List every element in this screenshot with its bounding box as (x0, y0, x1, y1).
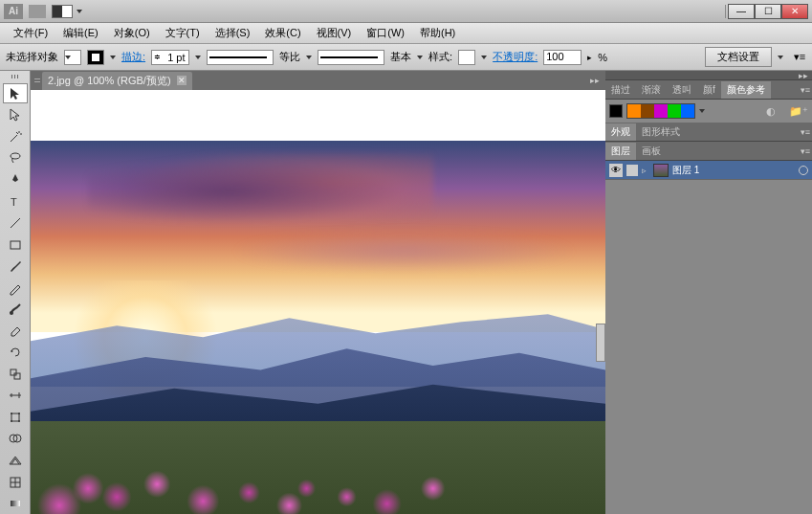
control-flyout-icon[interactable]: ▾≡ (793, 51, 806, 64)
paintbrush-tool[interactable] (3, 256, 28, 277)
menu-window[interactable]: 窗口(W) (359, 24, 412, 42)
color-swatch[interactable] (627, 104, 641, 118)
color-swatch[interactable] (668, 104, 681, 118)
color-guide-panel: ◐ 📁⁺ (605, 100, 812, 123)
scale-tool[interactable] (3, 364, 28, 385)
menu-type[interactable]: 文字(T) (158, 24, 208, 42)
base-color-swatch[interactable] (609, 104, 623, 118)
layer-name[interactable]: 图层 1 (672, 164, 699, 177)
tab-grip-icon[interactable] (34, 74, 42, 87)
eraser-tool[interactable] (3, 321, 28, 342)
free-transform-tool[interactable] (3, 407, 28, 428)
arrange-documents-icon[interactable] (52, 5, 73, 18)
chevron-down-icon[interactable] (110, 56, 116, 59)
tab-color-guide[interactable]: 颜色参考 (721, 81, 771, 99)
placed-image (31, 90, 605, 514)
target-icon[interactable] (799, 166, 808, 175)
svg-rect-17 (11, 501, 20, 506)
stroke-label-link[interactable]: 描边: (121, 50, 145, 64)
width-tool[interactable] (3, 386, 28, 407)
perspective-grid-tool[interactable] (3, 450, 28, 471)
tab-layers[interactable]: 图层 (605, 143, 636, 160)
tab-transparency[interactable]: 透叫 (667, 81, 697, 99)
panel-flyout-icon[interactable]: ▾≡ (799, 146, 812, 156)
color-swatch[interactable] (641, 104, 654, 118)
menu-select[interactable]: 选择(S) (208, 24, 258, 42)
svg-point-9 (18, 413, 20, 414)
pen-tool[interactable] (3, 169, 28, 190)
chevron-right-icon[interactable]: ▸ (587, 53, 592, 62)
tab-graphic-styles[interactable]: 图形样式 (636, 123, 686, 141)
magic-wand-tool[interactable] (3, 126, 28, 147)
color-swatch[interactable] (681, 104, 694, 118)
chevron-down-icon[interactable] (306, 56, 312, 59)
document-tab[interactable]: 2.jpg @ 100% (RGB/预览) ✕ (42, 72, 192, 90)
menu-view[interactable]: 视图(V) (309, 24, 360, 42)
pencil-tool[interactable] (3, 278, 28, 299)
gradient-tool[interactable] (3, 493, 28, 514)
document-setup-button[interactable]: 文档设置 (705, 47, 772, 67)
bridge-icon[interactable] (29, 5, 46, 18)
save-group-icon[interactable]: 📁⁺ (789, 105, 808, 118)
fill-swatch[interactable] (64, 50, 81, 65)
app-logo-icon: Ai (4, 4, 23, 19)
lock-toggle[interactable] (626, 165, 638, 176)
stroke-scale-label: 等比 (279, 50, 300, 64)
tab-flyout-icon[interactable]: ▸▸ (588, 76, 602, 85)
stroke-swatch[interactable] (87, 50, 104, 65)
opacity-input[interactable]: 100 (543, 50, 582, 65)
menu-edit[interactable]: 编辑(E) (55, 24, 106, 42)
layer-row[interactable]: 👁 ▹ 图层 1 (605, 161, 812, 180)
edit-colors-icon[interactable]: ◐ (766, 105, 776, 118)
stroke-profile-dropdown[interactable] (207, 50, 274, 65)
rotate-tool[interactable] (3, 342, 28, 363)
blob-brush-tool[interactable] (3, 299, 28, 320)
toolbox-grip-icon[interactable] (4, 75, 27, 80)
chevron-down-icon[interactable] (481, 56, 487, 59)
maximize-button[interactable]: ☐ (755, 4, 781, 19)
stroke-weight-input[interactable]: ≑ 1 pt (151, 50, 189, 65)
color-swatch[interactable] (654, 104, 668, 118)
menu-effect[interactable]: 效果(C) (257, 24, 308, 42)
direct-selection-tool[interactable] (3, 104, 28, 125)
menu-object[interactable]: 对象(O) (106, 24, 158, 42)
graphic-style-swatch[interactable] (458, 50, 475, 65)
line-tool[interactable] (3, 212, 28, 234)
menu-file[interactable]: 文件(F) (6, 24, 55, 42)
rectangle-tool[interactable] (3, 235, 28, 256)
canvas[interactable] (31, 90, 605, 514)
layers-panel: 👁 ▹ 图层 1 (605, 161, 812, 514)
svg-rect-6 (14, 373, 20, 379)
mesh-tool[interactable] (3, 472, 28, 493)
tab-gradient[interactable]: 渐滚 (636, 81, 667, 99)
chevron-down-icon[interactable] (195, 56, 201, 59)
menu-help[interactable]: 帮助(H) (412, 24, 463, 42)
close-tab-icon[interactable]: ✕ (177, 76, 187, 85)
brush-dropdown[interactable] (318, 50, 384, 65)
opacity-label-link[interactable]: 不透明度: (493, 50, 538, 64)
harmony-swatches[interactable] (626, 103, 695, 119)
type-tool[interactable]: T (3, 191, 28, 212)
vertical-scrollbar[interactable] (596, 324, 605, 362)
tab-appearance[interactable]: 外观 (605, 123, 636, 141)
opacity-unit: % (598, 52, 607, 63)
expand-layer-icon[interactable]: ▹ (642, 166, 649, 175)
chevron-down-icon[interactable] (778, 56, 783, 59)
svg-rect-5 (11, 369, 16, 375)
panel-flyout-icon[interactable]: ▾≡ (799, 127, 812, 137)
tab-artboards[interactable]: 画板 (636, 143, 667, 160)
tab-color[interactable]: 颜f (697, 81, 721, 99)
lasso-tool[interactable] (3, 148, 28, 169)
tab-stroke[interactable]: 描过 (605, 81, 636, 99)
selection-tool[interactable] (3, 83, 28, 104)
menubar: 文件(F) 编辑(E) 对象(O) 文字(T) 选择(S) 效果(C) 视图(V… (0, 23, 812, 44)
shape-builder-tool[interactable] (3, 429, 28, 450)
minimize-button[interactable]: — (728, 4, 755, 19)
close-button[interactable]: ✕ (781, 4, 808, 19)
panel-collapse-bar[interactable]: ▸▸ (605, 71, 812, 80)
chevron-down-icon[interactable] (699, 109, 705, 113)
panel-flyout-icon[interactable]: ▾≡ (799, 85, 812, 95)
chevron-down-icon[interactable] (77, 10, 82, 13)
visibility-toggle-icon[interactable]: 👁 (609, 164, 623, 177)
chevron-down-icon[interactable] (417, 56, 423, 59)
